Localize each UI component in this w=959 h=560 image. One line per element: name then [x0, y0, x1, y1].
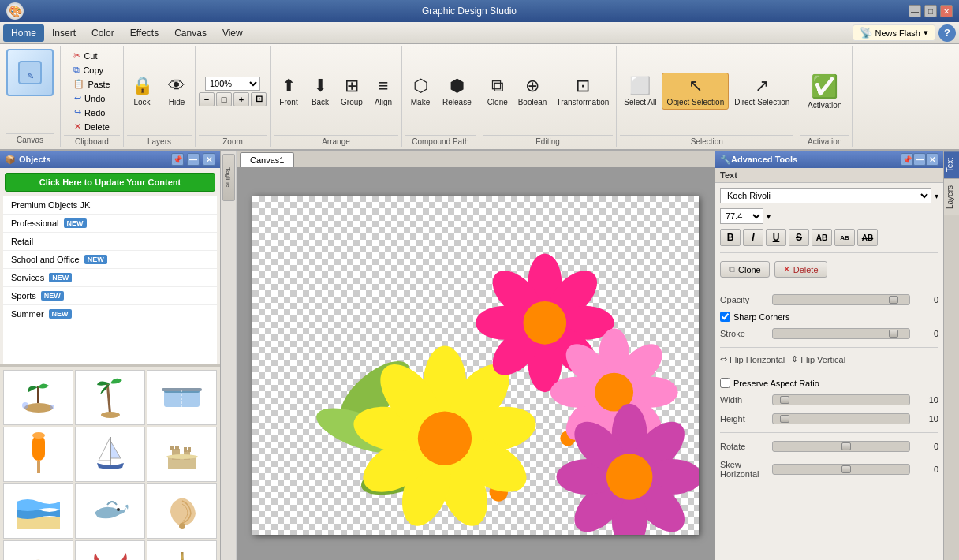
clone-button[interactable]: ⧉ Clone — [720, 261, 770, 278]
zoom-select[interactable]: 100% 50% 200% — [205, 77, 260, 91]
menu-home[interactable]: Home — [3, 24, 44, 42]
opacity-slider[interactable] — [772, 294, 910, 305]
group-button[interactable]: ⊞ Group — [337, 73, 367, 109]
list-item[interactable]: Premium Objects JK — [3, 196, 217, 215]
list-item[interactable]: Professional NEW — [3, 215, 217, 233]
grid-item[interactable] — [147, 483, 217, 539]
grid-item[interactable] — [75, 483, 145, 539]
sharp-corners-row: Sharp Corners — [720, 312, 938, 322]
object-selection-button[interactable]: ↖ Object Selection — [662, 73, 729, 110]
grid-item[interactable] — [75, 370, 145, 425]
divider — [720, 371, 938, 371]
panel-pin-button[interactable]: 📌 — [171, 153, 184, 166]
adv-panel-close-button[interactable]: ✕ — [926, 153, 938, 166]
panel-minimize-button[interactable]: — — [187, 153, 200, 166]
grid-item[interactable] — [75, 540, 145, 560]
height-slider[interactable] — [772, 413, 910, 424]
list-item[interactable]: School and Office NEW — [3, 251, 217, 269]
canvas-group-label: Canvas — [6, 133, 54, 144]
menu-view[interactable]: View — [215, 24, 251, 42]
zoom-out-button[interactable]: − — [199, 92, 215, 106]
direct-selection-button[interactable]: ↗ Direct Selection — [730, 73, 793, 109]
paste-button[interactable]: 📋 Paste — [69, 77, 114, 91]
canvas-drawing[interactable] — [252, 196, 699, 535]
lock-button[interactable]: 🔒 Lock — [127, 73, 157, 109]
preserve-aspect-checkbox[interactable] — [720, 378, 730, 388]
list-item[interactable]: Services NEW — [3, 269, 217, 287]
canvas-scroll-container[interactable] — [237, 168, 715, 560]
tagline-button[interactable]: Tagline — [222, 154, 235, 201]
clone-ribbon-button[interactable]: ⧉ Clone — [483, 73, 513, 109]
front-button[interactable]: ⬆ Front — [274, 73, 304, 109]
flip-vertical-button[interactable]: ⇕ Flip Vertical — [791, 354, 845, 364]
font-size-select[interactable]: 77.4 — [720, 208, 763, 224]
uppercase-button[interactable]: AB — [812, 229, 832, 246]
grid-item[interactable] — [75, 427, 145, 482]
grid-item[interactable] — [147, 540, 217, 560]
back-button[interactable]: ⬇ Back — [305, 73, 335, 109]
canvas-button[interactable]: ✎ — [6, 49, 54, 96]
bold-button[interactable]: B — [720, 229, 741, 246]
menu-effects[interactable]: Effects — [122, 24, 166, 42]
grid-item[interactable] — [3, 427, 73, 482]
adv-panel-pin-button[interactable]: 📌 — [901, 153, 913, 166]
menu-insert[interactable]: Insert — [44, 24, 84, 42]
grid-item[interactable] — [147, 427, 217, 482]
help-button[interactable]: ? — [938, 24, 956, 42]
grid-item[interactable] — [147, 370, 217, 425]
list-item[interactable]: Sports NEW — [3, 287, 217, 305]
cut-button[interactable]: ✂ Cut — [69, 49, 114, 62]
grid-item[interactable] — [3, 540, 73, 560]
sharp-corners-checkbox[interactable] — [720, 312, 730, 322]
skew-h-slider[interactable] — [772, 464, 910, 475]
minimize-button[interactable]: — — [909, 5, 921, 17]
adv-panel-minimize-button[interactable]: — — [913, 153, 926, 166]
right-tab-layers[interactable]: Layers — [944, 178, 959, 215]
panel-close-button[interactable]: ✕ — [203, 153, 215, 166]
news-flash[interactable]: 📡 News Flash ▾ — [853, 24, 935, 41]
list-item[interactable]: Retail — [3, 233, 217, 251]
transformation-button[interactable]: ⊡ Transformation — [552, 73, 613, 109]
clipboard-actions: ✂ Cut ⧉ Copy 📋 Paste — [69, 49, 114, 91]
strikecase-button[interactable]: AB — [857, 229, 878, 246]
canvas-tab[interactable]: Canvas1 — [240, 152, 294, 167]
select-all-button[interactable]: ⬜ Select All — [620, 73, 660, 109]
advanced-content: Koch Rivoli ▾ 77.4 ▾ B I U S AB AB AB — [715, 183, 943, 485]
release-button[interactable]: ⬢ Release — [438, 73, 476, 109]
grid-item[interactable] — [3, 370, 73, 425]
font-select[interactable]: Koch Rivoli — [720, 188, 931, 203]
update-content-button[interactable]: Click Here to Update Your Content — [5, 173, 215, 192]
flip-horizontal-button[interactable]: ⇔ Flip Horizontal — [720, 354, 785, 364]
menu-color[interactable]: Color — [84, 24, 122, 42]
right-tab-text[interactable]: Text — [944, 151, 959, 178]
copy-button[interactable]: ⧉ Copy — [69, 63, 114, 77]
width-slider[interactable] — [772, 394, 910, 405]
activation-button[interactable]: ✅ Activation — [804, 71, 845, 112]
objects-grid — [0, 367, 220, 560]
zoom-actual-button[interactable]: ⊡ — [251, 92, 267, 106]
undo-button[interactable]: ↩ Undo — [70, 91, 114, 105]
close-button[interactable]: ✕ — [940, 5, 953, 17]
redo-button[interactable]: ↪ Redo — [70, 106, 114, 119]
delete-button[interactable]: ✕ Delete — [70, 120, 114, 133]
align-button[interactable]: ≡ Align — [368, 73, 398, 109]
zoom-in-button[interactable]: + — [233, 92, 249, 106]
make-button[interactable]: ⬡ Make — [405, 73, 435, 109]
hide-button[interactable]: 👁 Hide — [162, 73, 192, 109]
italic-button[interactable]: I — [743, 229, 763, 246]
stroke-slider[interactable] — [772, 328, 910, 339]
rotate-slider[interactable] — [772, 441, 910, 452]
preserve-aspect-label: Preserve Aspect Ratio — [733, 379, 819, 388]
compound-content: ⬡ Make ⬢ Release — [405, 47, 476, 135]
grid-item[interactable] — [3, 483, 73, 539]
maximize-button[interactable]: □ — [924, 5, 937, 17]
list-item[interactable]: Summer NEW — [3, 305, 217, 323]
menu-canvas[interactable]: Canvas — [166, 24, 215, 42]
smallcaps-button[interactable]: AB — [834, 229, 855, 246]
boolean-button[interactable]: ⊕ Boolean — [514, 73, 551, 109]
zoom-fit-button[interactable]: □ — [216, 92, 232, 106]
strikethrough-button[interactable]: S — [789, 229, 809, 246]
objects-panel-title: Objects — [19, 155, 168, 164]
delete-action-button[interactable]: ✕ Delete — [774, 261, 827, 278]
underline-button[interactable]: U — [766, 229, 786, 246]
